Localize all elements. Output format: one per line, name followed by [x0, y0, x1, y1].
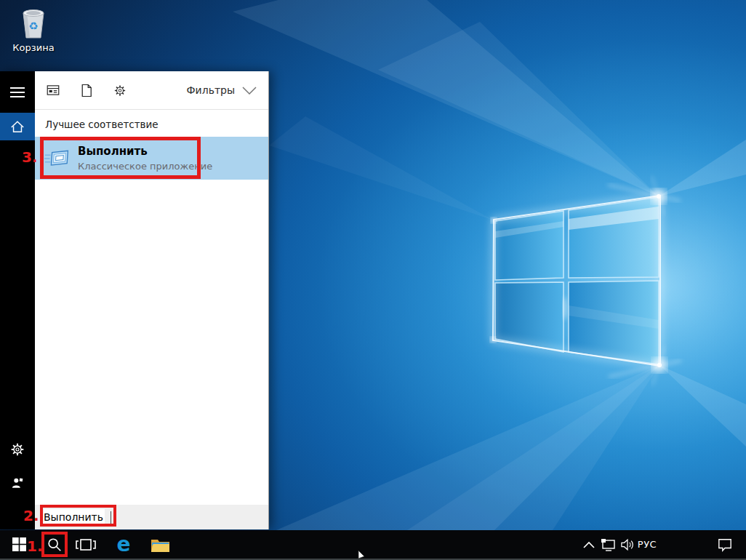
windows-desktop: ♻ Корзина: [0, 0, 746, 560]
language-label: РУС: [638, 539, 657, 550]
documents-filter-button[interactable]: [80, 84, 93, 97]
file-explorer-icon: [151, 537, 170, 553]
settings-icon: [113, 84, 127, 97]
search-icon: [47, 537, 63, 553]
tray-overflow-button[interactable]: [580, 530, 598, 559]
taskbar-search-button[interactable]: [42, 530, 67, 559]
settings-filter-button[interactable]: [113, 84, 127, 97]
search-settings-button[interactable]: [0, 435, 35, 464]
search-results-pane: Фильтры Лучшее соответствие: [35, 71, 269, 529]
chevron-up-icon: [583, 541, 595, 548]
documents-icon: [81, 84, 92, 97]
home-icon: [9, 119, 25, 134]
search-query-text: Выполнить: [44, 509, 105, 525]
action-center-button[interactable]: [713, 530, 737, 559]
gear-icon: [10, 442, 25, 457]
text-cursor: [111, 511, 111, 524]
apps-filter-button[interactable]: [47, 84, 60, 97]
network-icon: [601, 538, 617, 551]
apps-icon: [47, 84, 60, 97]
task-view-icon: [75, 537, 97, 553]
result-subtitle: Классическое приложение: [78, 161, 212, 172]
edge-browser-button[interactable]: e: [111, 530, 137, 559]
language-indicator[interactable]: РУС: [634, 530, 660, 559]
result-text: Выполнить Классическое приложение: [78, 145, 212, 172]
best-match-header: Лучшее соответствие: [35, 110, 268, 137]
search-input[interactable]: Выполнить: [35, 505, 268, 529]
search-topbar: Фильтры: [35, 71, 268, 110]
windows-start-icon: [12, 537, 26, 551]
search-flyout: Фильтры Лучшее соответствие: [0, 71, 269, 529]
hamburger-menu-button[interactable]: [0, 78, 35, 107]
feedback-button[interactable]: [0, 468, 35, 497]
search-rail: [0, 71, 35, 529]
start-button[interactable]: [7, 530, 31, 559]
taskbar: e: [0, 530, 746, 560]
recycle-bin[interactable]: ♻ Корзина: [6, 6, 61, 53]
network-tray-button[interactable]: [599, 530, 618, 559]
result-title: Выполнить: [78, 145, 212, 159]
filters-label: Фильтры: [187, 84, 235, 96]
home-tab[interactable]: [0, 113, 35, 140]
file-explorer-button[interactable]: [147, 530, 173, 559]
chevron-down-icon: [242, 87, 257, 95]
hamburger-menu-icon: [10, 87, 25, 98]
recycle-bin-label: Корзина: [6, 42, 61, 53]
volume-icon: [619, 538, 635, 551]
search-result-run[interactable]: Выполнить Классическое приложение: [35, 137, 268, 180]
edge-icon: e: [113, 535, 134, 555]
action-center-icon: [717, 537, 733, 552]
svg-text:♻: ♻: [28, 20, 38, 33]
mouse-cursor: [358, 551, 366, 559]
svg-text:e: e: [117, 535, 131, 555]
feedback-user-icon: [10, 476, 25, 490]
recycle-bin-icon: ♻: [6, 6, 61, 41]
results-empty-area: [35, 180, 268, 505]
run-app-icon: [44, 145, 71, 172]
task-view-button[interactable]: [73, 530, 99, 559]
filters-dropdown[interactable]: Фильтры: [187, 84, 257, 96]
